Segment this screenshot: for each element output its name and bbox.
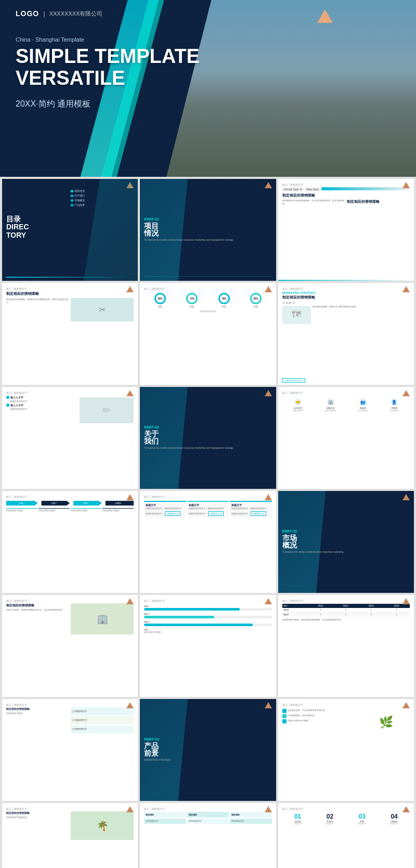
- triangle-deco: [126, 494, 134, 500]
- slide-circles: 输入二级标题文字 85% 标题 73% 标题 78% 标题 90% 标题: [140, 283, 276, 385]
- menu-item-4: 产品前景: [71, 203, 132, 206]
- part03-label: PART 03: [282, 529, 344, 533]
- slide-steps: 输入二级标题文字 步骤一 步骤二 步骤三 步骤四 内容说明文字描述 内容说明文字…: [2, 491, 138, 593]
- logo-area: LOGO | XXXXXXXX有限公司: [16, 9, 102, 18]
- hero-chinese: 20XX·简约 通用模板: [16, 99, 200, 110]
- hero-title: SIMPLE TEMPLATE VERSATILE: [16, 46, 200, 89]
- slide-part01: PART 01 项目情况 To improve the nimble commu…: [140, 179, 276, 281]
- triangle-deco: [265, 390, 272, 396]
- slide-part02: PART 02 关于我们 To improve the nimble commu…: [140, 387, 276, 489]
- slide-product: 输入二级标题文字 品品品品前景，为企业带来更多利润空间 产品战略规划，提升品牌价…: [278, 699, 414, 801]
- slide-cards: 输入二级标题文字 标题文字 标题内容说明文字，标题内容说明文字，标题内容说明文字…: [140, 491, 276, 593]
- triangle-deco: [402, 598, 410, 604]
- triangle-deco: [265, 598, 272, 604]
- triangle-deco: [402, 702, 410, 708]
- slide-timeline: 输入二级标题文字 01 先信息 内容文字 02 关成功 内容文字 03 学发 内…: [278, 803, 414, 868]
- slide-toc: 目录DIRECTORY 项目情况 关于我们 市场概况 产品前景: [2, 179, 138, 281]
- slide-part04: PART 04 产品前景 MARKETING STRATEGY: [140, 699, 276, 801]
- triangle-deco: [265, 702, 272, 708]
- slide3-title: 制定相应的营销策略: [282, 193, 410, 198]
- slide-part03: PART 03 市场概况 To improve the nimble commu…: [278, 491, 414, 593]
- menu-item-1: 项目情况: [71, 189, 132, 192]
- triangle-deco: [126, 598, 134, 604]
- consumer-icon: 👤 消费者 CONUMER: [389, 398, 399, 412]
- slide3-heading: 输入二级标题文字: [282, 183, 410, 186]
- triangle-deco: [265, 494, 272, 500]
- slide-text-photo: 输入二级标题文字 制定相应的营销策略 内容文字描述，利用科学数据分析方法，为企业…: [2, 595, 138, 697]
- beneficiary-icon: 👥 获益者 BUSINESS: [358, 398, 368, 412]
- part03-desc: To improve the nimble communication reso…: [282, 551, 344, 554]
- slide-text-img: 输入二级标题文字 制定相应的营销策略 制定相应的营销策略，利用科学分析和数据支撑…: [2, 283, 138, 385]
- part04-title: 产品前景: [144, 742, 171, 757]
- triangle-deco: [126, 806, 134, 812]
- hero-content: China · Shanghai Template SIMPLE TEMPLAT…: [16, 36, 200, 110]
- toc-title: 目录DIRECTORY: [6, 215, 29, 239]
- triangle-deco: [126, 286, 134, 292]
- slide-progress: 输入二级标题文字 项目一 项目二 项目三 结论 结论内容文字说明: [140, 595, 276, 697]
- triangle-deco: [402, 286, 410, 292]
- logo-text: LOGO: [16, 9, 39, 18]
- triangle-deco: [402, 390, 410, 396]
- slides-grid: 目录DIRECTORY 项目情况 关于我们 市场概况 产品前景: [0, 177, 416, 868]
- triangle-deco: [265, 286, 272, 292]
- part02-title: 关于我们: [144, 430, 233, 445]
- hero-subtitle: China · Shanghai Template: [16, 36, 200, 43]
- triangle-deco: [265, 806, 272, 812]
- partner-icon: 🤝 合作伙伴 PARTNERS: [293, 398, 303, 412]
- part03-title: 市场概况: [282, 534, 344, 549]
- triangle-deco: [402, 182, 410, 188]
- menu-item-2: 关于我们: [71, 194, 132, 197]
- company-name: XXXXXXXX有限公司: [49, 10, 103, 18]
- hero-slide: LOGO | XXXXXXXX有限公司 China · Shanghai Tem…: [0, 0, 416, 177]
- slide-mktg1: 输入二级标题文字 Female Style ▼ Male Style 制定相应的…: [278, 179, 414, 281]
- triangle-deco: [126, 390, 134, 396]
- part02-desc: To improve the nimble communication reso…: [144, 447, 233, 450]
- part01-label: PART 01: [144, 217, 233, 221]
- triangle-deco: [265, 182, 272, 188]
- slide-table: 输入二级标题文字 项目 数据1 数据2 数据3 数据4 项目A 3 2 5 1: [278, 595, 414, 697]
- part04-label: PART 04: [144, 737, 171, 741]
- enterprise-icon: 🏢 战略企业 ENTERPRISE: [325, 398, 336, 412]
- part01-title: 项目情况: [144, 222, 233, 237]
- triangle-deco: [402, 806, 410, 812]
- triangle-deco: [402, 494, 410, 500]
- triangle-decoration: [317, 9, 333, 23]
- slide-partners: 输入二级标题文字 🤝 合作伙伴 PARTNERS 🏢 战略企业 ENTERPRI…: [278, 387, 414, 489]
- part02-label: PART 02: [144, 425, 233, 429]
- slide-arrows-list: 输入二级标题文字 输入人文字 标题内容说明文字 输入人文字 标题内容说明文字 ✏: [2, 387, 138, 489]
- slide-img-text: 输入二级标题文字 制定相应的营销策略 内容说明文字描述内容 🌴: [2, 803, 138, 868]
- slide-features: 输入二级标题文字 制定相应的营销策略 内容说明文字描述 📋 功能说明文字 📋 功…: [2, 699, 138, 801]
- menu-item-3: 市场概况: [71, 199, 132, 202]
- city-bg: [166, 0, 416, 177]
- part01-desc: To improve the nimble communication reso…: [144, 239, 233, 242]
- triangle-deco: [126, 702, 134, 708]
- slide-grid-cards: 输入二级标题文字 制定相应 制定相应 制定相应 营销策略说明 营销策略说明 营销…: [140, 803, 276, 868]
- slide-map: 输入二级标题文字 MARKETING STRATEGY 制定相应的营销策略 市 …: [278, 283, 414, 385]
